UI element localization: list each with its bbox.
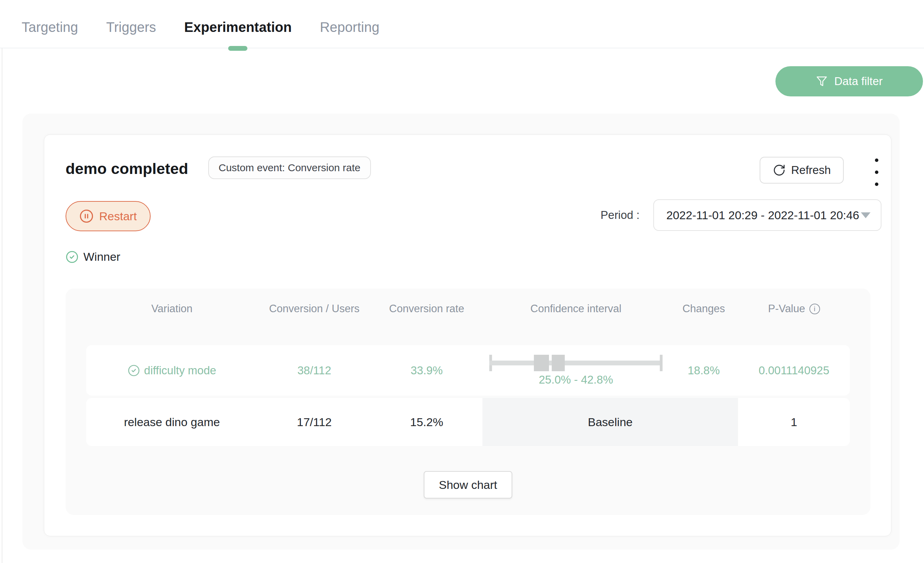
p-value-cell: 1 xyxy=(738,416,850,429)
experiment-card: demo completed Custom event: Conversion … xyxy=(44,135,891,536)
confidence-interval-whisker xyxy=(489,355,663,371)
period-value: 2022-11-01 20:29 - 2022-11-01 20:46 xyxy=(666,209,859,222)
restart-button[interactable]: Restart xyxy=(66,201,151,231)
tab-triggers[interactable]: Triggers xyxy=(106,7,156,48)
confidence-interval-cell: 25.0% - 42.8% xyxy=(482,355,669,386)
tab-experimentation[interactable]: Experimentation xyxy=(184,7,292,48)
check-circle-icon xyxy=(128,364,140,377)
column-header-variation: Variation xyxy=(86,303,258,315)
chevron-down-icon xyxy=(861,212,870,218)
whisker-right-cap xyxy=(660,355,663,371)
variation-cell: difficulty mode xyxy=(86,364,258,377)
p-value-label: P-Value xyxy=(768,303,805,315)
refresh-icon xyxy=(773,164,786,177)
variation-name: difficulty mode xyxy=(144,364,216,377)
tab-label: Triggers xyxy=(106,20,156,35)
experiment-title: demo completed xyxy=(66,160,188,178)
tab-label: Targeting xyxy=(22,20,78,35)
data-filter-label: Data filter xyxy=(834,75,882,88)
conversion-rate-cell: 33.9% xyxy=(371,364,482,377)
column-header-confidence-interval: Confidence interval xyxy=(482,303,669,315)
check-circle-icon xyxy=(66,251,79,263)
period-label: Period : xyxy=(600,209,639,222)
refresh-button[interactable]: Refresh xyxy=(760,157,844,183)
period-range-select[interactable]: 2022-11-01 20:29 - 2022-11-01 20:46 xyxy=(653,199,882,231)
more-actions-button[interactable] xyxy=(869,158,884,187)
show-chart-button[interactable]: Show chart xyxy=(424,471,512,498)
conversion-users-cell: 38/112 xyxy=(258,364,371,377)
table-header-row: Variation Conversion / Users Conversion … xyxy=(86,297,850,320)
conversion-rate-cell: 15.2% xyxy=(371,416,482,429)
kebab-menu-icon xyxy=(875,159,878,162)
show-chart-wrap: Show chart xyxy=(86,471,850,498)
period-group: Period : 2022-11-01 20:29 - 2022-11-01 2… xyxy=(600,199,882,231)
tab-bar: Targeting Triggers Experimentation Repor… xyxy=(0,0,924,48)
restart-label: Restart xyxy=(99,210,137,223)
column-header-conversion-rate: Conversion rate xyxy=(371,303,482,315)
whisker-box xyxy=(534,355,565,371)
tab-targeting[interactable]: Targeting xyxy=(22,7,78,48)
data-filter-button[interactable]: Data filter xyxy=(776,66,923,96)
pause-circle-icon xyxy=(79,209,94,223)
experimentation-page: Targeting Triggers Experimentation Repor… xyxy=(0,0,924,563)
winner-flag: Winner xyxy=(66,250,120,263)
table-row-baseline: release dino game 17/112 15.2% Baseline … xyxy=(86,398,850,446)
confidence-interval-range: 25.0% - 42.8% xyxy=(538,373,613,386)
whisker-line xyxy=(489,360,663,365)
p-value-cell: 0.0011140925 xyxy=(738,364,850,377)
kebab-menu-icon xyxy=(875,171,878,174)
info-icon[interactable]: i xyxy=(809,303,820,314)
funnel-icon xyxy=(816,75,828,87)
column-header-changes: Changes xyxy=(669,303,738,315)
column-header-conversion-users: Conversion / Users xyxy=(258,303,371,315)
left-edge-divider xyxy=(2,0,2,563)
results-table: Variation Conversion / Users Conversion … xyxy=(66,288,870,515)
column-header-p-value: P-Value i xyxy=(738,303,850,315)
event-type-badge: Custom event: Conversion rate xyxy=(208,156,371,179)
tab-label: Experimentation xyxy=(184,20,292,35)
tab-label: Reporting xyxy=(320,20,379,35)
changes-cell: 18.8% xyxy=(669,364,738,377)
baseline-cell: Baseline xyxy=(482,398,738,446)
kebab-menu-icon xyxy=(875,183,878,186)
experiment-panel: demo completed Custom event: Conversion … xyxy=(22,114,900,549)
refresh-label: Refresh xyxy=(791,164,831,177)
variation-cell: release dino game xyxy=(86,416,258,429)
table-row-winner: difficulty mode 38/112 33.9% 25.0% - 42.… xyxy=(86,345,850,396)
conversion-users-cell: 17/112 xyxy=(258,416,371,429)
winner-label: Winner xyxy=(83,250,120,263)
tab-reporting[interactable]: Reporting xyxy=(320,7,379,48)
active-tab-indicator xyxy=(228,46,248,51)
